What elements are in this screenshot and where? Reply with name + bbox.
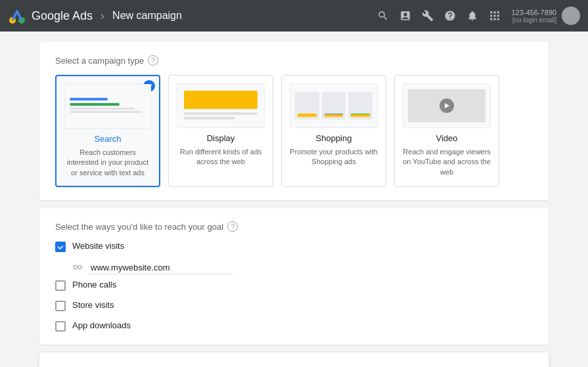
- goals-label: Select the ways you'd like to reach your…: [55, 221, 533, 232]
- shopping-card-title: Shopping: [290, 133, 378, 143]
- svg-marker-2: [445, 103, 449, 108]
- video-card-title: Video: [403, 133, 491, 143]
- avatar[interactable]: [562, 7, 580, 25]
- campaign-type-search[interactable]: Search Reach customers interested in you…: [55, 75, 160, 187]
- nav-account: 123-456-7890 [no login email]: [511, 7, 580, 25]
- help-nav-icon[interactable]: [444, 10, 456, 22]
- reports-nav-icon[interactable]: [399, 10, 411, 22]
- campaign-type-section: Select a campaign type ? Search: [39, 42, 549, 200]
- campaign-type-display[interactable]: Display Run different kinds of ads acros…: [168, 75, 273, 187]
- top-nav: Google Ads › New campaign 123-456-7890 […: [0, 0, 588, 32]
- store-visits-checkbox[interactable]: [55, 301, 66, 311]
- bell-nav-icon[interactable]: [466, 10, 478, 22]
- campaign-type-help-icon[interactable]: ?: [148, 55, 158, 66]
- app-downloads-label: App downloads: [72, 320, 131, 330]
- search-card-title: Search: [64, 134, 151, 144]
- goal-website-visits: Website visits: [55, 241, 533, 252]
- phone-calls-label: Phone calls: [72, 280, 116, 290]
- search-nav-icon[interactable]: [377, 10, 389, 22]
- grid-nav-icon[interactable]: [489, 10, 501, 22]
- nav-icons: 123-456-7890 [no login email]: [377, 7, 580, 25]
- search-card-desc: Reach customers interested in your produ…: [64, 148, 151, 178]
- campaign-type-shopping[interactable]: Shopping Promote your products with Shop…: [281, 75, 386, 187]
- display-card-desc: Run different kinds of ads across the we…: [177, 147, 265, 167]
- goals-help-icon[interactable]: ?: [227, 221, 238, 232]
- app-name: Google Ads: [32, 9, 93, 23]
- display-card-image: [177, 83, 265, 128]
- tools-nav-icon[interactable]: [422, 10, 434, 22]
- main-content: Select a campaign type ? Search: [0, 32, 588, 367]
- link-icon: [72, 262, 83, 274]
- store-visits-label: Store visits: [72, 300, 114, 310]
- google-ads-logo-icon: [8, 7, 26, 25]
- phone-calls-checkbox[interactable]: [55, 280, 66, 291]
- campaign-type-label: Select a campaign type ?: [55, 55, 533, 66]
- website-visits-label: Website visits: [72, 241, 124, 251]
- goal-phone-calls: Phone calls: [55, 280, 533, 291]
- page-title: New campaign: [112, 10, 182, 22]
- campaign-type-video[interactable]: Video Reach and engage viewers on YouTub…: [394, 75, 499, 187]
- video-card-desc: Reach and engage viewers on YouTube and …: [403, 147, 491, 177]
- goal-store-visits: Store visits: [55, 300, 533, 311]
- account-number: 123-456-7890: [511, 9, 556, 16]
- goal-app-downloads: App downloads: [55, 320, 533, 332]
- campaign-types-list: Search Reach customers interested in you…: [55, 75, 533, 187]
- logo-area: Google Ads › New campaign: [8, 7, 182, 25]
- conversion-box: Start tracking your leads as website con…: [39, 353, 549, 367]
- goals-section: Select the ways you'd like to reach your…: [39, 208, 549, 345]
- account-email: [no login email]: [511, 16, 556, 24]
- url-input-row: [72, 261, 533, 274]
- shopping-card-desc: Promote your products with Shopping ads: [290, 147, 378, 167]
- app-downloads-checkbox[interactable]: [55, 321, 66, 332]
- video-card-image: [403, 83, 491, 128]
- website-url-input[interactable]: [88, 261, 233, 274]
- website-visits-checkbox[interactable]: [55, 242, 66, 252]
- nav-divider: ›: [101, 9, 104, 23]
- shopping-card-image: [290, 83, 378, 128]
- display-card-title: Display: [177, 133, 265, 143]
- search-card-image: [64, 84, 151, 129]
